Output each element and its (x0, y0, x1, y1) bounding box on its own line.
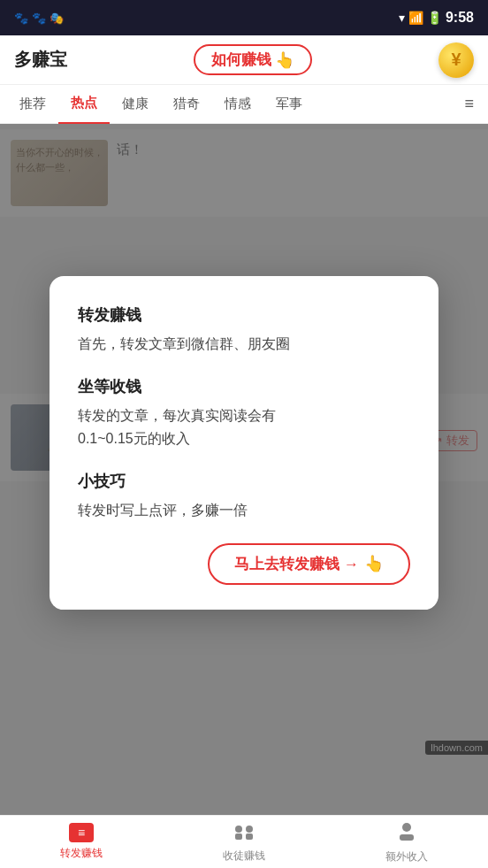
bottom-nav-forward[interactable]: ≡ 转发赚钱 (0, 816, 163, 868)
svg-rect-2 (246, 833, 253, 840)
app-title: 多赚宝 (14, 48, 67, 72)
extra-nav-label: 额外收入 (385, 849, 428, 864)
tab-military[interactable]: 军事 (263, 85, 315, 124)
coin-symbol: ¥ (451, 50, 461, 70)
status-right-icons: ▾ 📶 🔋 9:58 (399, 10, 474, 26)
cta-cursor-icon: 👆 (364, 554, 384, 573)
modal-section2-desc: 转发的文章，每次真实阅读会有0.1~0.15元的收入 (78, 404, 410, 449)
bottom-nav-extra[interactable]: 额外收入 (325, 816, 488, 868)
forward-nav-label: 转发赚钱 (60, 846, 103, 861)
svg-rect-5 (400, 834, 414, 841)
tab-emotion[interactable]: 情感 (212, 85, 263, 124)
app-icon-3: 🎭 (50, 12, 64, 25)
app-icon-2: 🐾 (32, 12, 46, 25)
cursor-icon: 👆 (275, 50, 294, 70)
share-icon: ≡ (69, 823, 94, 842)
tab-recommend[interactable]: 推荐 (7, 85, 58, 124)
nav-tabs: 推荐 热点 健康 猎奇 情感 军事 ≡ (0, 85, 488, 124)
cta-btn-label: 马上去转发赚钱 → (234, 554, 359, 574)
svg-point-3 (246, 826, 253, 833)
modal-section1-desc: 首先，转发文章到微信群、朋友圈 (78, 333, 410, 356)
person-icon (396, 820, 417, 841)
how-to-earn-modal: 转发赚钱 首先，转发文章到微信群、朋友圈 坐等收钱 转发的文章，每次真实阅读会有… (50, 276, 438, 610)
how-to-earn-button[interactable]: 如何赚钱 👆 (194, 44, 312, 75)
svg-point-4 (402, 823, 411, 832)
people-icon (233, 821, 255, 841)
recruit-nav-icon (233, 821, 255, 845)
gold-coin-button[interactable]: ¥ (438, 42, 474, 78)
battery-icon: 🔋 (427, 11, 442, 25)
modal-section3-desc: 转发时写上点评，多赚一倍 (78, 499, 410, 522)
forward-nav-icon: ≡ (69, 823, 94, 842)
app-icon-1: 🐾 (14, 12, 28, 25)
recruit-nav-label: 收徒赚钱 (223, 849, 265, 864)
tab-weird[interactable]: 猎奇 (161, 85, 212, 124)
svg-point-1 (235, 826, 242, 833)
svg-rect-0 (235, 833, 242, 840)
status-time: 9:58 (446, 10, 474, 26)
tab-hot[interactable]: 热点 (58, 85, 110, 124)
content-area: 当你不开心的时候，什么都一些， 话！ 👨‍✈️ 金一南直言：香港.回.归 后，我… (0, 124, 488, 815)
extra-nav-icon (396, 820, 417, 846)
modal-section2-title: 坐等收钱 (78, 376, 410, 397)
bottom-nav: ≡ 转发赚钱 收徒赚钱 额外收入 (0, 815, 488, 868)
tab-health[interactable]: 健康 (110, 85, 161, 124)
wifi-icon: ▾ (399, 11, 405, 25)
go-forward-earn-button[interactable]: 马上去转发赚钱 → 👆 (208, 543, 410, 585)
earn-btn-label: 如何赚钱 (211, 50, 271, 70)
status-left-icons: 🐾 🐾 🎭 (14, 12, 64, 25)
app-header: 多赚宝 如何赚钱 👆 ¥ (0, 35, 488, 85)
more-tabs-icon[interactable]: ≡ (457, 95, 481, 113)
status-bar: 🐾 🐾 🎭 ▾ 📶 🔋 9:58 (0, 0, 488, 35)
bottom-nav-recruit[interactable]: 收徒赚钱 (163, 816, 325, 868)
header-center: 如何赚钱 👆 (194, 44, 312, 75)
signal-icon: 📶 (408, 11, 423, 25)
modal-section3-title: 小技巧 (78, 471, 410, 492)
modal-cta-area: 马上去转发赚钱 → 👆 (78, 543, 410, 585)
modal-section1-title: 转发赚钱 (78, 304, 410, 326)
